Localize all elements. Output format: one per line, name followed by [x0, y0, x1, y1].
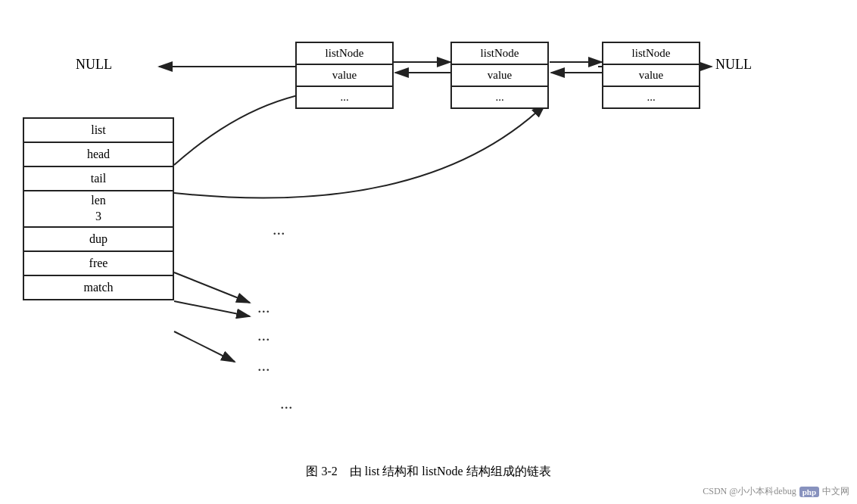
node1-box: listNode value ...: [295, 42, 394, 109]
node3-title: listNode: [603, 43, 699, 65]
list-row-list: list: [24, 119, 173, 143]
svg-line-9: [174, 301, 250, 316]
node1-title: listNode: [297, 43, 392, 65]
watermark-text: CSDN @小小本科debug: [703, 485, 796, 498]
list-row-tail: tail: [24, 167, 173, 191]
ellipsis-center: ...: [273, 219, 285, 239]
node3-ellipsis: ...: [603, 87, 699, 107]
php-badge: php: [799, 487, 819, 497]
node2-ellipsis: ...: [452, 87, 547, 107]
null-left-label: NULL: [76, 57, 112, 73]
watermark-site: 中文网: [822, 485, 849, 498]
ellipsis-bottom: ...: [280, 394, 293, 413]
node3-value: value: [603, 65, 699, 87]
svg-line-10: [174, 331, 235, 362]
node1-value: value: [297, 65, 392, 87]
list-row-free: free: [24, 252, 173, 276]
node2-title: listNode: [452, 43, 547, 65]
list-row-match: match: [24, 276, 173, 299]
caption: 图 3-2 由 list 结构和 listNode 结构组成的链表: [0, 464, 857, 480]
null-right-label: NULL: [715, 57, 752, 73]
watermark: CSDN @小小本科debug php 中文网: [703, 485, 849, 498]
node2-value: value: [452, 65, 547, 87]
list-row-head: head: [24, 143, 173, 167]
ellipsis-dup: ...: [257, 297, 270, 317]
node2-box: listNode value ...: [450, 42, 549, 109]
svg-line-8: [174, 272, 250, 303]
list-row-dup: dup: [24, 228, 173, 252]
diagram-container: NULL NULL listNode value ... listNode va…: [0, 0, 857, 454]
ellipsis-match: ...: [257, 356, 270, 375]
node3-box: listNode value ...: [602, 42, 700, 109]
list-row-len: len 3: [24, 191, 173, 228]
list-box: list head tail len 3 dup free match: [23, 117, 174, 300]
node1-ellipsis: ...: [297, 87, 392, 107]
ellipsis-free: ...: [257, 325, 270, 345]
